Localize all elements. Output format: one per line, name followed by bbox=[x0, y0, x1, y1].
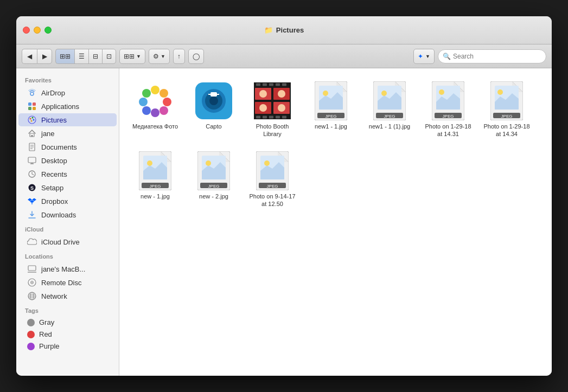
sidebar-item-network[interactable]: Network bbox=[18, 290, 117, 303]
sidebar-item-downloads[interactable]: Downloads bbox=[18, 208, 117, 221]
file-name-new1-1-1: new1 - 1 (1).jpg bbox=[369, 123, 410, 130]
tag-button[interactable]: ◯ bbox=[188, 49, 204, 64]
file-item-new-2[interactable]: JPEG new - 2.jpg bbox=[187, 147, 241, 213]
documents-label: Documents bbox=[41, 143, 77, 151]
jpeg-file-icon-new1-1: JPEG bbox=[311, 81, 350, 120]
file-name-capto: Capto bbox=[206, 123, 221, 130]
file-name-photo-9-14-17: Photo on 9-14-17 at 12.50 bbox=[248, 192, 297, 208]
jpeg-file-icon-new-1: JPEG bbox=[136, 151, 175, 190]
svg-point-40 bbox=[151, 108, 159, 117]
columns-icon: ⊟ bbox=[93, 53, 98, 60]
locations-header: Locations bbox=[16, 249, 119, 262]
svg-text:JPEG: JPEG bbox=[384, 114, 395, 119]
file-item-photo-booth-library[interactable]: Photo Booth Library bbox=[245, 77, 299, 143]
title-text: Pictures bbox=[276, 26, 304, 34]
gallery-icon: ⊡ bbox=[106, 53, 112, 60]
file-grid: Медиатека Фото Capto bbox=[119, 68, 552, 376]
svg-rect-56 bbox=[269, 83, 273, 86]
svg-rect-24 bbox=[28, 266, 36, 271]
svg-text:JPEG: JPEG bbox=[267, 184, 278, 189]
svg-point-39 bbox=[159, 106, 168, 115]
icloud-header: iCloud bbox=[16, 222, 119, 235]
sidebar-item-setapp[interactable]: S Setapp bbox=[18, 181, 117, 194]
file-item-new1-1-1[interactable]: JPEG new1 - 1 (1).jpg bbox=[362, 77, 417, 143]
close-button[interactable] bbox=[23, 27, 30, 34]
svg-point-6 bbox=[30, 118, 31, 120]
sidebar-item-tag-purple[interactable]: Purple bbox=[18, 340, 117, 352]
desktop-label: Desktop bbox=[41, 157, 67, 165]
network-label: Network bbox=[41, 292, 67, 300]
sidebar-item-desktop[interactable]: Desktop bbox=[18, 154, 117, 167]
svg-point-22 bbox=[31, 203, 33, 204]
dropbox-button[interactable]: ✦ ▼ bbox=[413, 49, 435, 64]
dropbox-dropdown-arrow: ▼ bbox=[425, 54, 430, 59]
applications-icon bbox=[27, 101, 37, 111]
file-item-capto[interactable]: Capto bbox=[187, 77, 241, 143]
svg-rect-3 bbox=[28, 107, 31, 110]
sidebar-item-dropbox[interactable]: Dropbox bbox=[18, 195, 117, 208]
svg-rect-55 bbox=[263, 83, 267, 86]
minimize-button[interactable] bbox=[34, 27, 41, 34]
file-item-new-1[interactable]: JPEG new - 1.jpg bbox=[128, 147, 182, 213]
sidebar-item-icloud-drive[interactable]: iCloud Drive bbox=[18, 235, 117, 248]
action-button[interactable]: ⚙ ▼ bbox=[149, 49, 170, 64]
sidebar-item-airdrop[interactable]: AirDrop bbox=[18, 86, 117, 99]
svg-point-37 bbox=[159, 89, 168, 98]
sidebar-item-tag-gray[interactable]: Gray bbox=[18, 317, 117, 328]
view-icon-button[interactable]: ⊞⊞ bbox=[55, 49, 74, 64]
back-button[interactable]: ◀ bbox=[22, 49, 37, 64]
recents-label: Recents bbox=[41, 170, 67, 178]
svg-point-8 bbox=[33, 119, 35, 121]
svg-point-48 bbox=[209, 97, 218, 105]
svg-point-9 bbox=[31, 120, 33, 122]
svg-point-68 bbox=[259, 90, 267, 98]
sidebar-item-documents[interactable]: Documents bbox=[18, 140, 117, 153]
file-item-mediated-foto[interactable]: Медиатека Фото bbox=[128, 77, 182, 143]
svg-rect-60 bbox=[263, 116, 267, 119]
svg-rect-16 bbox=[28, 157, 36, 163]
sidebar-item-jane[interactable]: jane bbox=[18, 127, 117, 140]
sidebar-item-janes-macbook[interactable]: jane's MacB... bbox=[18, 262, 117, 275]
home-icon bbox=[27, 128, 37, 138]
svg-rect-11 bbox=[31, 135, 33, 137]
file-name-new-2: new - 2.jpg bbox=[199, 192, 228, 200]
search-input[interactable] bbox=[453, 53, 541, 60]
svg-point-69 bbox=[278, 90, 285, 98]
sidebar-item-pictures[interactable]: Pictures bbox=[18, 113, 117, 126]
file-name-photo-1-29-18-1431: Photo on 1-29-18 at 14.31 bbox=[424, 123, 473, 138]
tags-header: Tags bbox=[16, 303, 119, 316]
view-list-button[interactable]: ☰ bbox=[74, 49, 88, 64]
toolbar: ◀ ▶ ⊞⊞ ☰ ⊟ ⊡ ⊞⊞ ▼ ⚙ ▼ bbox=[16, 44, 552, 68]
maximize-button[interactable] bbox=[44, 27, 52, 34]
jpeg-file-icon-photo-1431: JPEG bbox=[429, 81, 468, 120]
sidebar-item-applications[interactable]: Applications bbox=[18, 100, 117, 113]
svg-point-99 bbox=[206, 160, 211, 166]
view-columns-button[interactable]: ⊟ bbox=[88, 49, 102, 64]
red-tag-dot bbox=[27, 331, 35, 338]
svg-point-28 bbox=[31, 282, 33, 283]
svg-rect-4 bbox=[33, 107, 36, 110]
search-box[interactable]: 🔍 bbox=[438, 49, 546, 63]
svg-rect-54 bbox=[256, 83, 260, 86]
sidebar-item-tag-red[interactable]: Red bbox=[18, 329, 117, 340]
finder-window: 📁 Pictures ◀ ▶ ⊞⊞ ☰ ⊟ ⊡ bbox=[16, 16, 552, 376]
file-item-photo-9-14-17[interactable]: JPEG Photo on 9-14-17 at 12.50 bbox=[245, 147, 299, 213]
file-item-photo-1-29-18-1434[interactable]: JPEG Photo on 1-29-18 at 14.34 bbox=[480, 77, 534, 143]
forward-icon: ▶ bbox=[42, 53, 47, 60]
svg-point-38 bbox=[163, 98, 171, 106]
photobooth-file-icon bbox=[253, 81, 292, 120]
view-options-dropdown[interactable]: ⊞⊞ ▼ bbox=[119, 49, 145, 64]
share-button[interactable]: ↑ bbox=[173, 49, 185, 64]
svg-rect-62 bbox=[276, 116, 280, 119]
sidebar-item-remote-disc[interactable]: Remote Disc bbox=[18, 276, 117, 289]
forward-button[interactable]: ▶ bbox=[37, 49, 52, 64]
svg-rect-58 bbox=[282, 83, 286, 86]
view-gallery-button[interactable]: ⊡ bbox=[102, 49, 116, 64]
svg-point-44 bbox=[149, 94, 162, 107]
pictures-icon bbox=[27, 115, 37, 125]
sidebar-item-recents[interactable]: Recents bbox=[18, 168, 117, 181]
svg-rect-1 bbox=[28, 102, 31, 106]
file-item-new1-1[interactable]: JPEG new1 - 1.jpg bbox=[304, 77, 358, 143]
file-item-photo-1-29-18-1431[interactable]: JPEG Photo on 1-29-18 at 14.31 bbox=[421, 77, 475, 143]
svg-point-79 bbox=[381, 91, 387, 96]
